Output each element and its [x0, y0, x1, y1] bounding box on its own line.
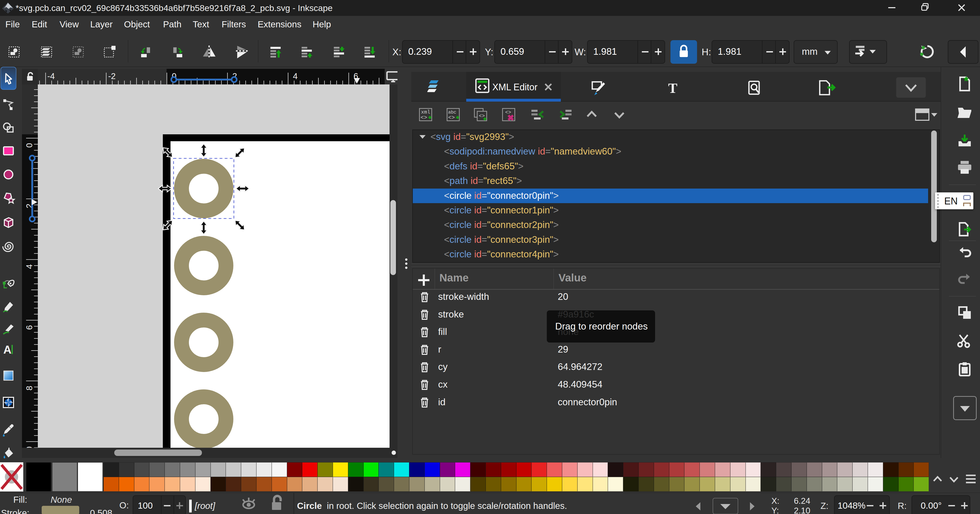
svg-text:<>: <> — [448, 115, 455, 121]
svg-text:8: 8 — [25, 386, 34, 390]
svg-text:4: 4 — [25, 264, 34, 269]
svg-text:xml: xml — [421, 109, 430, 115]
svg-text:<>: <> — [505, 110, 511, 115]
svg-text:<>: <> — [420, 115, 427, 121]
svg-text:4: 4 — [293, 71, 298, 81]
svg-text:-2: -2 — [108, 71, 116, 81]
svg-text:6: 6 — [25, 325, 34, 330]
svg-text:0: 0 — [25, 143, 34, 148]
svg-text:A: A — [3, 343, 11, 356]
svg-text:<>: <> — [479, 113, 485, 119]
svg-text:-4: -4 — [47, 71, 55, 81]
svg-text:abc: abc — [448, 110, 456, 115]
